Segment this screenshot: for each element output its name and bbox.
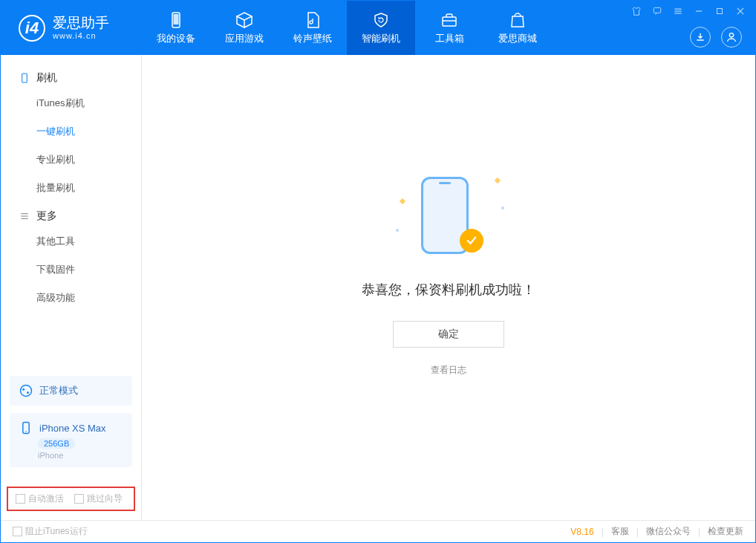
sidebar-item-advanced[interactable]: 高级功能 [19,284,123,312]
sparkle-icon [400,198,405,204]
svg-rect-1 [174,14,179,25]
header-actions [690,27,742,48]
app-logo-icon: i4 [19,15,45,42]
logo-text: 爱思助手 www.i4.cn [53,16,109,40]
svg-rect-10 [717,9,723,14]
ok-button[interactable]: 确定 [393,321,504,348]
device-name: iPhone XS Max [39,423,106,434]
tab-label: 智能刷机 [362,32,400,45]
checkbox-auto-activate[interactable]: 自动激活 [16,492,64,505]
skin-icon[interactable] [630,5,642,17]
sidebar-item-pro-flash[interactable]: 专业刷机 [19,146,123,174]
app-subtitle: www.i4.cn [53,31,109,40]
checkbox-icon [74,494,84,504]
sparkle-icon [495,177,501,183]
close-button[interactable] [734,5,746,17]
window-controls [630,5,746,17]
tab-apps-games[interactable]: 应用游戏 [210,1,278,55]
main-content: 恭喜您，保资料刷机成功啦！ 确定 查看日志 [142,55,755,520]
footer-link-support[interactable]: 客服 [611,525,629,538]
device-panel[interactable]: iPhone XS Max 256GB iPhone [10,413,132,467]
app-window: i4 爱思助手 www.i4.cn 我的设备 应用游戏 铃声壁纸 智能刷机 [0,0,756,543]
device-panels: 正常模式 iPhone XS Max 256GB iPhone [1,368,141,487]
version-label: V8.16 [570,527,593,537]
options-highlight-box: 自动激活 跳过向导 [7,487,135,511]
tab-label: 爱思商城 [498,32,537,45]
logo-area: i4 爱思助手 www.i4.cn [1,15,142,42]
checkbox-icon [16,494,25,504]
dot-icon [501,207,504,209]
app-title: 爱思助手 [53,16,109,31]
sidebar-group-header: 更多 [19,209,123,223]
sidebar-group-title: 刷机 [36,71,57,85]
tab-smart-flash[interactable]: 智能刷机 [347,1,415,55]
view-log-link[interactable]: 查看日志 [431,364,466,377]
checkbox-block-itunes[interactable]: 阻止iTunes运行 [13,525,88,538]
refresh-shield-icon [371,11,391,29]
sidebar-group-flash: 刷机 iTunes刷机 一键刷机 专业刷机 批量刷机 [1,71,141,202]
mode-label: 正常模式 [39,384,78,397]
user-icon [726,31,737,43]
tab-my-device[interactable]: 我的设备 [142,1,210,55]
svg-point-19 [27,391,29,394]
dot-icon [396,229,399,232]
toolbox-icon [440,11,459,29]
sidebar-item-download-firmware[interactable]: 下载固件 [19,256,123,284]
checkbox-icon [13,527,22,536]
user-button[interactable] [721,27,742,48]
checkbox-label: 自动激活 [28,492,64,505]
footer-link-wechat[interactable]: 微信公众号 [646,525,691,538]
sidebar-item-batch-flash[interactable]: 批量刷机 [19,174,123,202]
tab-label: 铃声壁纸 [293,32,332,45]
svg-point-18 [22,388,25,391]
sidebar-item-other-tools[interactable]: 其他工具 [19,227,123,256]
svg-point-17 [21,386,32,397]
tab-label: 工具箱 [435,32,464,45]
feedback-icon[interactable] [651,5,663,17]
music-file-icon [303,11,322,29]
tab-store[interactable]: 爱思商城 [483,1,552,55]
device-icon [19,420,33,435]
maximize-button[interactable] [714,5,726,17]
success-message: 恭喜您，保资料刷机成功啦！ [362,281,535,299]
check-badge-icon [460,229,483,253]
download-icon [694,31,706,43]
checkbox-label: 阻止iTunes运行 [25,525,88,538]
checkbox-label: 跳过向导 [87,492,123,505]
menu-icon[interactable] [672,5,684,17]
footer-link-update[interactable]: 检查更新 [708,525,743,538]
list-icon [19,210,30,222]
tab-toolbox[interactable]: 工具箱 [415,1,483,55]
sidebar-item-itunes-flash[interactable]: iTunes刷机 [19,89,123,117]
minimize-button[interactable] [693,5,705,17]
shopping-bag-icon [508,11,527,29]
download-button[interactable] [690,27,711,48]
device-type: iPhone [38,451,123,460]
mode-panel[interactable]: 正常模式 [10,376,132,406]
title-bar: i4 爱思助手 www.i4.cn 我的设备 应用游戏 铃声壁纸 智能刷机 [1,1,755,55]
svg-rect-2 [443,17,456,26]
tab-ringtone-wallpaper[interactable]: 铃声壁纸 [278,1,347,55]
tab-label: 应用游戏 [225,32,264,45]
success-illustration [393,169,504,259]
sidebar-group-more: 更多 其他工具 下载固件 高级功能 [1,209,141,312]
device-small-icon [19,72,30,84]
sidebar-scroll: 刷机 iTunes刷机 一键刷机 专业刷机 批量刷机 更多 [1,55,141,368]
sidebar: 刷机 iTunes刷机 一键刷机 专业刷机 批量刷机 更多 [1,55,142,520]
sidebar-group-header: 刷机 [19,71,123,85]
body: 刷机 iTunes刷机 一键刷机 专业刷机 批量刷机 更多 [1,55,755,520]
checkbox-skip-guide[interactable]: 跳过向导 [74,492,123,505]
footer-right: V8.16 | 客服 | 微信公众号 | 检查更新 [570,525,743,538]
sidebar-item-oneclick-flash[interactable]: 一键刷机 [19,117,123,146]
tab-label: 我的设备 [157,32,195,45]
svg-rect-5 [654,7,660,13]
svg-rect-13 [22,74,27,82]
status-bar: 阻止iTunes运行 V8.16 | 客服 | 微信公众号 | 检查更新 [1,520,755,542]
mode-icon [19,383,33,398]
svg-point-4 [729,33,733,37]
device-capacity-badge: 256GB [38,438,75,449]
footer-left: 阻止iTunes运行 [13,525,88,538]
cube-icon [235,11,254,29]
svg-point-21 [25,431,27,432]
phone-icon [166,11,186,29]
